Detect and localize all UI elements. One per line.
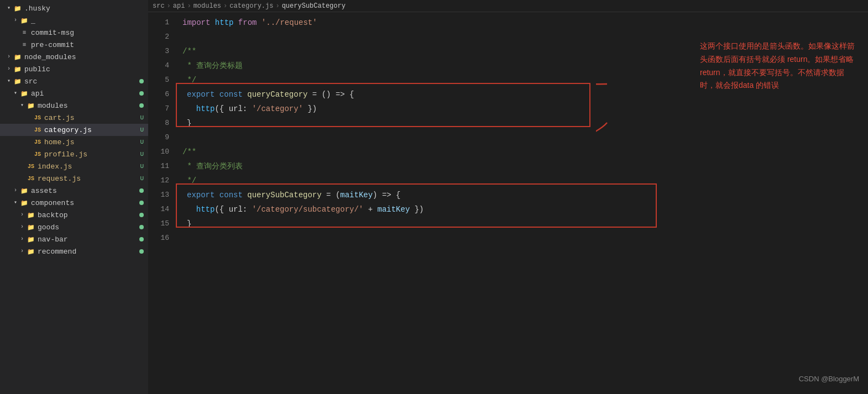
modified-badge [139, 91, 144, 96]
token: ) => { [373, 191, 400, 199]
file-explorer-sidebar: ▾ 📁 .husky › 📁 _ ≡ commit-msg ≡ pre-comm… [0, 0, 148, 394]
js-file-icon: JS [27, 174, 35, 183]
token: export [187, 90, 215, 99]
untracked-badge: U [140, 151, 144, 157]
sidebar-item-label: assets [31, 187, 139, 195]
sidebar-item-components[interactable]: ▾ 📁 components [0, 197, 148, 209]
spacer [24, 125, 33, 134]
sidebar-item-label: .husky [24, 4, 148, 13]
token: '/category' [252, 104, 303, 113]
token [215, 191, 219, 199]
token: http [196, 104, 215, 113]
code-editor[interactable]: import http from '../request' /** * 查询分类… [176, 12, 691, 394]
sidebar-item-underscore[interactable]: › 📁 _ [0, 14, 148, 27]
code-line-9 [182, 130, 691, 145]
spacer [24, 113, 33, 122]
folder-icon: 📁 [27, 223, 35, 232]
chevron-down-icon: ▾ [11, 89, 20, 98]
sidebar-item-label: src [24, 77, 139, 86]
token: }) [303, 104, 317, 113]
code-line-13: export const querySubCategory = ( maitKe… [182, 188, 691, 202]
sidebar-item-profile-js[interactable]: JS profile.js U [0, 148, 148, 160]
sidebar-item-label: components [31, 199, 139, 207]
token [257, 18, 261, 27]
code-line-12: */ [182, 174, 691, 188]
editor-area: src › api › modules › category.js › quer… [148, 0, 868, 394]
modified-badge [139, 188, 144, 193]
sidebar-item-node-modules[interactable]: › 📁 node_modules [0, 51, 148, 63]
untracked-badge: U [140, 163, 144, 170]
folder-icon: 📁 [20, 186, 29, 195]
sidebar-item-recommend[interactable]: › 📁 recommend [0, 245, 148, 258]
sidebar-item-label: modules [38, 102, 139, 110]
sidebar-item-label: goods [38, 223, 139, 232]
file-icon: ≡ [20, 28, 29, 37]
token: */ [182, 176, 196, 185]
js-file-icon: JS [27, 162, 35, 171]
token [215, 90, 219, 99]
spacer [24, 150, 33, 159]
folder-icon: 📁 [13, 65, 22, 73]
code-line-4: * 查询分类标题 [182, 59, 691, 73]
chevron-right-icon: › [18, 211, 27, 219]
breadcrumb-file: category.js [229, 2, 273, 10]
token: '../request' [262, 18, 317, 27]
code-line-8: } [182, 116, 691, 130]
token: queryCategory [247, 90, 307, 99]
token: /** [182, 148, 196, 156]
breadcrumb-symbol: querySubCategory [282, 2, 346, 10]
sidebar-item-pre-commit[interactable]: ≡ pre-commit [0, 39, 148, 51]
token: import [182, 18, 210, 27]
token: } [187, 219, 191, 228]
chevron-right-icon: › [18, 247, 27, 256]
breadcrumb-src: src [153, 2, 165, 10]
token [187, 104, 196, 113]
sidebar-item-public[interactable]: › 📁 public [0, 63, 148, 75]
modified-badge [139, 103, 144, 108]
js-file-icon: JS [33, 150, 42, 159]
chevron-right-icon: › [18, 235, 27, 244]
token [243, 90, 247, 99]
modified-badge [139, 213, 144, 217]
untracked-badge: U [140, 127, 144, 133]
token: http [196, 205, 215, 214]
sidebar-item-modules[interactable]: ▾ 📁 modules [0, 99, 148, 112]
sidebar-item-backtop[interactable]: › 📁 backtop [0, 209, 148, 221]
sidebar-item-cart-js[interactable]: JS cart.js U [0, 112, 148, 124]
modified-badge [139, 225, 144, 229]
sidebar-item-assets[interactable]: › 📁 assets [0, 185, 148, 197]
token: = () => { [307, 90, 354, 99]
line-numbers: 1 2 3 4 5 6 7 8 9 10 11 12 13 14 15 16 [148, 12, 176, 394]
chevron-down-icon: ▾ [4, 4, 13, 13]
js-file-icon: JS [33, 125, 42, 134]
sidebar-item-category-js[interactable]: JS category.js U [0, 124, 148, 136]
sidebar-item-home-js[interactable]: JS home.js U [0, 136, 148, 148]
chevron-right-icon: › [11, 16, 20, 25]
sidebar-item-husky[interactable]: ▾ 📁 .husky [0, 2, 148, 14]
folder-icon: 📁 [27, 235, 35, 244]
code-line-14: http ({ url: '/category/subcategory/' + … [182, 202, 691, 217]
token: */ [182, 76, 196, 85]
token: ({ url: [215, 205, 252, 214]
sidebar-item-request-js[interactable]: JS request.js U [0, 172, 148, 185]
spacer [18, 174, 27, 183]
js-file-icon: JS [33, 138, 42, 146]
sidebar-item-index-js[interactable]: JS index.js U [0, 160, 148, 172]
token: = ( [322, 191, 341, 199]
breadcrumb-api: api [173, 2, 185, 10]
chevron-down-icon: ▾ [18, 101, 27, 110]
sidebar-item-src[interactable]: ▾ 📁 src [0, 75, 148, 87]
chevron-right-icon: › [18, 223, 27, 232]
sidebar-item-goods[interactable]: › 📁 goods [0, 221, 148, 233]
sidebar-item-nav-bar[interactable]: › 📁 nav-bar [0, 233, 148, 245]
sidebar-item-api[interactable]: ▾ 📁 api [0, 87, 148, 99]
sidebar-item-label: index.js [38, 162, 140, 171]
chevron-right-icon: › [4, 65, 13, 73]
sidebar-item-label: recommend [38, 248, 139, 256]
token [233, 18, 238, 27]
sidebar-item-label: pre-commit [31, 41, 148, 49]
code-line-15: } [182, 217, 691, 231]
sidebar-item-commit-msg[interactable]: ≡ commit-msg [0, 27, 148, 39]
token: }) [410, 205, 423, 214]
token: * 查询分类列表 [182, 161, 243, 171]
